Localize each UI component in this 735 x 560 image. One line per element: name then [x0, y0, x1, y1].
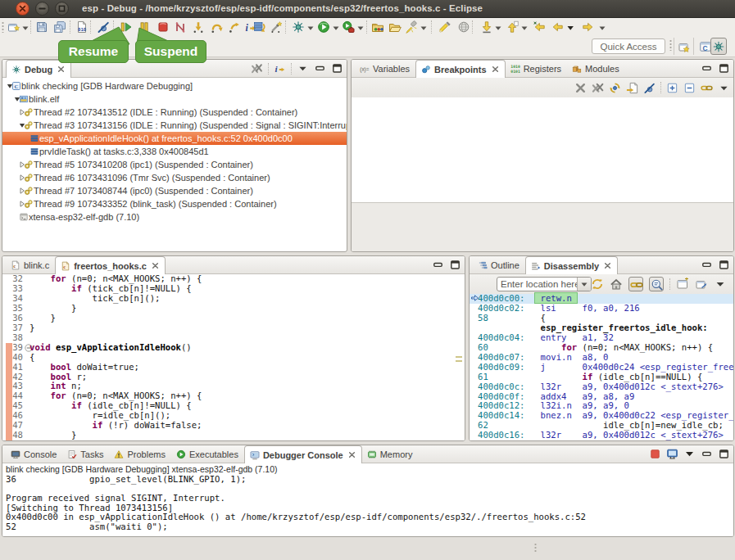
console-terminate-button[interactable]	[649, 448, 661, 460]
debug-tree-item[interactable]: Thread #6 1073431096 (Tmr Svc) (Suspende…	[2, 171, 347, 184]
svg-text:c: c	[63, 264, 66, 269]
tab-label: Breakpoints	[434, 65, 487, 75]
console-tab-toolbar	[649, 445, 733, 463]
debug-tree-item[interactable]: Thread #9 1073433352 (blink_task) (Suspe…	[2, 197, 347, 210]
console-tab-problems[interactable]: Problems	[109, 445, 170, 463]
link-with-debug-button[interactable]	[701, 82, 713, 94]
disassembly-tab-toolbar	[701, 256, 733, 273]
editor-tab-toolbar	[432, 256, 465, 273]
console-menu-button[interactable]	[683, 448, 696, 460]
location-input[interactable]: Enter location here	[497, 278, 577, 291]
console-tab-executables[interactable]: Executables	[171, 445, 244, 463]
thread-icon	[24, 173, 32, 183]
console-tab-debugger-console[interactable]: Debugger Console	[244, 445, 362, 463]
disassembly-view-menu-button[interactable]	[714, 278, 727, 291]
tree-item-label: Thread #9 1073433352 (blink_task) (Suspe…	[34, 199, 277, 209]
instruction-token: bnez.n a9, 0x400d0c22 <esp_register_free…	[541, 410, 734, 420]
skip-all-breakpoints-button[interactable]	[643, 82, 656, 94]
instruction-token: entry a1, 32	[541, 332, 614, 342]
debug-tree-item[interactable]: prvIdleTask() at tasks.c:3,338 0x400845d…	[2, 145, 347, 158]
expand-all-button[interactable]	[666, 82, 678, 94]
code-line[interactable]: 35 }	[2, 304, 465, 314]
tab-label: freertos_hooks.c	[74, 261, 147, 271]
close-tab-icon[interactable]	[57, 65, 65, 73]
code-line[interactable]: 48 }	[2, 431, 465, 440]
code-line[interactable]: 39void esp_vApplicationIdleHook()	[2, 343, 465, 353]
close-tab-icon[interactable]	[348, 451, 356, 458]
console-tab-console[interactable]: Console	[6, 445, 62, 463]
editor-tab-freertos-hooks-c[interactable]: cfreertos_hooks.c	[55, 256, 166, 274]
code-line[interactable]: 37}	[2, 323, 465, 333]
debug-tree-item[interactable]: Thread #3 1073413156 (IDLE : Running) (S…	[2, 119, 347, 132]
debug-tree-item[interactable]: Thread #5 1073410208 (ipc1) (Suspended :…	[2, 158, 347, 171]
address-token: 400d0c12:	[478, 400, 524, 410]
keyword-token: if	[71, 283, 82, 293]
console-tab-tasks[interactable]: Tasks	[62, 445, 109, 463]
editor-tab-blink-c[interactable]: cblink.c	[6, 256, 55, 273]
overview-ruler-mark[interactable]	[456, 356, 462, 358]
remove-breakpoint-button[interactable]	[574, 82, 587, 94]
code-token: {	[541, 313, 546, 323]
address-token: 400d0c0f:	[478, 391, 524, 401]
disassembly-minimize-button[interactable]	[701, 259, 713, 271]
remove-all-breakpoints-button[interactable]	[592, 82, 604, 94]
code-token	[524, 293, 535, 303]
pin-view-button[interactable]	[695, 278, 708, 291]
disassembly-maximize-button[interactable]	[718, 259, 730, 271]
disassembly-listing[interactable]: 400d0c00: retw.n 400d0c02: lsi f0, a0, 2…	[470, 294, 733, 440]
display-selected-console-button[interactable]	[666, 448, 678, 460]
open-new-view-button[interactable]	[676, 278, 689, 291]
debug-tree-item[interactable]: blink.elf	[2, 93, 347, 106]
console-tab-memory[interactable]: Memory	[362, 445, 419, 463]
show-breakpoints-for-target-button[interactable]	[609, 82, 621, 94]
console-output[interactable]: blink checking [GDB Hardware Debugging] …	[2, 463, 733, 536]
keyword-token: int	[51, 381, 66, 391]
status-bar-handle[interactable]	[534, 543, 537, 553]
go-to-pc-button[interactable]	[610, 278, 623, 291]
breakpoints-view-toolbar	[574, 82, 733, 94]
keyword-token: if	[93, 420, 103, 430]
tasks-icon	[67, 449, 77, 459]
breakpoints-list-empty[interactable]	[352, 97, 733, 202]
code-token	[488, 420, 603, 430]
close-tab-icon[interactable]	[604, 262, 611, 269]
code-editor[interactable]: 32 for (n=0; n<MAX_HOOKS; n++) {33 if (t…	[2, 274, 465, 440]
tab-label: blink.c	[24, 260, 49, 270]
keyword-token: for	[51, 274, 66, 283]
overview-ruler-mark[interactable]	[456, 360, 462, 362]
code-token: idle_cb[n]=new_idle_cb;	[603, 420, 724, 430]
editor-minimize-button[interactable]	[432, 259, 444, 271]
collapse-all-button[interactable]	[683, 82, 696, 94]
debug-tree-item[interactable]: Cblink checking [GDB Hardware Debugging]	[2, 79, 347, 93]
console-maximize-button[interactable]	[718, 448, 730, 460]
refresh-view-button[interactable]	[591, 278, 604, 291]
disassembly-line[interactable]: 400d0c19: addx4 a9, a8, a9	[470, 440, 734, 441]
code-line[interactable]: 36 }	[2, 314, 465, 323]
debug-tree-item[interactable]: xtensa-esp32-elf-gdb (7.10)	[2, 210, 347, 224]
debug-tree-item[interactable]: Thread #7 1073408744 (ipc0) (Suspended :…	[2, 184, 347, 197]
editor-maximize-button[interactable]	[449, 259, 461, 271]
code-token: r;	[71, 372, 87, 382]
location-dropdown-button[interactable]	[577, 278, 591, 291]
debug-tree-item[interactable]: Thread #2 1073413512 (IDLE : Running) (S…	[2, 106, 347, 119]
code-token: (!r) doWait=false;	[102, 420, 202, 430]
console-minimize-button[interactable]	[701, 448, 713, 460]
disassembly-tab-outline[interactable]: Outline	[473, 256, 525, 273]
go-to-file-button[interactable]	[626, 82, 638, 94]
close-tab-icon[interactable]	[492, 65, 499, 73]
editor-tabbar: cblink.ccfreertos_hooks.c	[2, 256, 465, 274]
debugger-console-icon	[250, 450, 260, 460]
breakpoints-view-menu-button[interactable]	[718, 82, 730, 94]
disassembly-icon	[531, 261, 541, 271]
disassembly-tab-disassembly[interactable]: Disassembly	[525, 256, 618, 274]
console-description: blink checking [GDB Hardware Debugging] …	[2, 463, 733, 475]
tab-label: Executables	[189, 449, 238, 459]
breakpoints-view: (x)=VariablesBreakpoints10100101Register…	[351, 59, 734, 252]
code-token	[488, 313, 541, 323]
sync-with-stack-frame-button[interactable]	[628, 277, 643, 291]
debug-tree-item[interactable]: esp_vApplicationIdleHook() at freertos_h…	[2, 132, 347, 145]
close-tab-icon[interactable]	[152, 262, 159, 269]
tree-item-label: Thread #3 1073413156 (IDLE : Running) (S…	[34, 120, 347, 130]
svg-text:C: C	[14, 84, 18, 90]
show-source-button[interactable]	[649, 277, 664, 291]
